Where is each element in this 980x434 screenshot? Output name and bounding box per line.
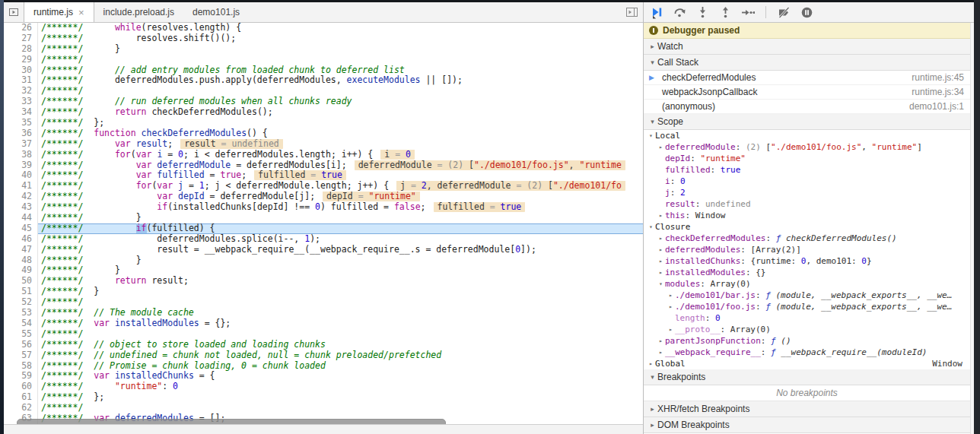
show-drawer-button[interactable] [620,2,643,22]
scope-row[interactable]: ▸installedModules: {} [644,267,970,278]
chevron-right-icon[interactable]: ▸ [657,244,665,255]
scope-row[interactable]: ▸parentJsonpFunction: ƒ () [644,335,970,347]
chevron-right-icon[interactable]: ▸ [667,324,675,335]
line-number[interactable]: 45 [4,223,38,234]
scope-row[interactable]: fulfilled: true [644,164,970,176]
chevron-down-icon[interactable]: ▾ [647,130,655,141]
section-header-breakpoints[interactable]: ▾ Breakpoints [644,369,970,385]
resume-script-button[interactable] [650,5,663,19]
scope-row[interactable]: depId: "runtime" [644,153,970,164]
line-number[interactable]: 53 [4,308,38,318]
pause-on-exceptions-button[interactable] [800,5,813,19]
call-stack-frame[interactable]: ▶checkDeferredModulesruntime.js:45 [644,71,970,85]
line-number[interactable]: 33 [4,97,38,107]
line-number[interactable]: 30 [4,65,38,76]
scope-row[interactable]: j: 2 [644,187,970,198]
line-number[interactable]: 34 [4,107,38,118]
scope-row[interactable]: ▸this: Window [644,210,970,221]
scope-token: : [690,153,700,164]
line-number[interactable]: 54 [4,318,38,329]
section-header-dom-breakpoints[interactable]: ▸ DOM Breakpoints [644,417,970,433]
step-into-button[interactable] [695,5,709,19]
scope-row[interactable]: ▸checkDeferredModules: ƒ checkDeferredMo… [644,233,970,244]
line-number[interactable]: 57 [4,350,38,361]
call-stack-frame[interactable]: (anonymous)demo101.js:1 [644,100,970,114]
scope-row[interactable]: ▸deferredModules: [Array(2)] [644,244,970,255]
badge-token: "runtime" [368,192,415,201]
line-number[interactable]: 27 [4,33,38,44]
scope-row[interactable]: ▸installedChunks: {runtime: 0, demo101: … [644,255,970,267]
scope-row[interactable]: ▾Local [644,130,970,141]
line-number[interactable]: 36 [4,128,38,139]
chevron-right-icon[interactable]: ▸ [657,210,665,221]
scope-row[interactable]: ▸./demo101/bar.js: ƒ (module, __webpack_… [644,290,970,301]
line-number[interactable]: 59 [4,371,38,382]
chevron-right-icon[interactable]: ▸ [647,358,655,369]
scope-row[interactable]: ▸deferredModule: (2) ["./demo101/foo.js"… [644,141,970,153]
scope-row[interactable]: ▸./demo101/foo.js: ƒ (module, __webpack_… [644,301,970,312]
scope-row[interactable]: length: 0 [644,312,970,324]
line-number[interactable]: 26 [4,23,38,33]
scope-row[interactable]: ▸__proto__: Array(0) [644,324,970,335]
line-number[interactable]: 61 [4,392,38,403]
scope-row[interactable]: ▾modules: Array(0) [644,278,970,290]
step-out-button[interactable] [718,5,732,19]
line-number[interactable]: 29 [4,55,38,65]
line-number[interactable]: 50 [4,276,38,287]
scope-row[interactable]: ▸__webpack_require__: ƒ __webpack_requir… [644,347,970,358]
line-number[interactable]: 51 [4,287,38,297]
line-number[interactable]: 49 [4,265,38,276]
line-number[interactable]: 37 [4,139,38,150]
section-header-call-stack[interactable]: ▾ Call Stack [644,55,970,71]
step-over-button[interactable] [673,5,686,19]
line-number[interactable]: 31 [4,75,38,86]
chevron-right-icon[interactable]: ▸ [657,233,665,244]
section-header-xhr-breakpoints[interactable]: ▸ XHR/fetch Breakpoints [644,401,970,417]
line-number[interactable]: 35 [4,118,38,128]
line-number[interactable]: 52 [4,297,38,308]
line-number[interactable]: 60 [4,382,38,392]
tab-include.preload.js[interactable]: include.preload.js [94,2,183,22]
chevron-right-icon[interactable]: ▸ [657,267,665,278]
scope-token: this [665,210,686,221]
chevron-right-icon[interactable]: ▸ [657,255,665,267]
tab-runtime.js[interactable]: runtime.js× [24,2,94,22]
line-number[interactable]: 55 [4,329,38,340]
chevron-right-icon[interactable]: ▸ [667,301,675,312]
line-number[interactable]: 28 [4,44,38,55]
line-number[interactable]: 42 [4,192,38,202]
section-header-watch[interactable]: ▸ Watch [644,39,970,55]
line-number[interactable]: 43 [4,202,38,213]
chevron-right-icon[interactable]: ▸ [657,335,665,347]
scope-row[interactable]: i: 0 [644,176,970,187]
scope-row[interactable]: ▸GlobalWindow [644,358,970,369]
line-number[interactable]: 44 [4,213,38,223]
line-number[interactable]: 46 [4,234,38,245]
scope-row[interactable]: ▾Closure [644,221,970,233]
line-number[interactable]: 58 [4,361,38,372]
chevron-right-icon[interactable]: ▸ [657,141,665,153]
close-tab-icon[interactable]: × [78,8,84,17]
deactivate-breakpoints-button[interactable] [777,5,791,19]
step-button[interactable] [741,5,755,19]
line-number[interactable]: 62 [4,403,38,413]
section-header-scope[interactable]: ▾ Scope [644,114,970,130]
horizontal-scrollbar[interactable] [17,419,446,424]
panel-divider[interactable] [643,2,644,434]
chevron-down-icon[interactable]: ▾ [657,278,665,290]
show-navigator-button[interactable] [4,2,24,22]
line-number[interactable]: 39 [4,160,38,171]
line-number[interactable]: 40 [4,170,38,181]
tab-demo101.js[interactable]: demo101.js [183,2,249,22]
line-number[interactable]: 48 [4,255,38,266]
chevron-down-icon[interactable]: ▾ [647,221,655,233]
line-number[interactable]: 56 [4,340,38,350]
chevron-right-icon[interactable]: ▸ [667,290,675,301]
scope-row[interactable]: result: undefined [644,198,970,210]
chevron-right-icon[interactable]: ▸ [657,347,665,358]
line-number[interactable]: 47 [4,245,38,255]
line-number[interactable]: 32 [4,86,38,97]
line-number[interactable]: 38 [4,150,38,160]
call-stack-frame[interactable]: webpackJsonpCallbackruntime.js:34 [644,85,970,100]
line-number[interactable]: 41 [4,181,38,192]
